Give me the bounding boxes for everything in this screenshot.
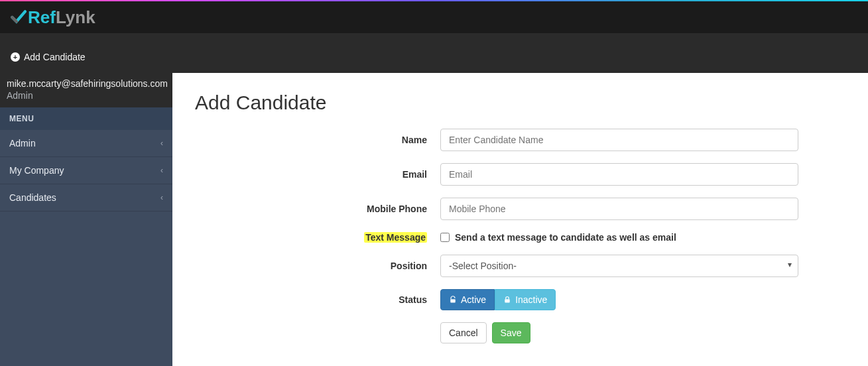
brand-prefix: Ref — [28, 7, 56, 27]
chevron-left-icon: ‹ — [160, 193, 163, 202]
row-text-message: Text Message Send a text message to cand… — [195, 232, 845, 243]
label-status: Status — [195, 294, 440, 305]
row-status: Status Active — [195, 289, 845, 310]
row-actions: Cancel Save — [195, 322, 845, 343]
user-role: Admin — [7, 90, 164, 101]
row-phone: Mobile Phone — [195, 198, 845, 220]
position-select[interactable]: -Select Position- — [440, 255, 798, 277]
email-field[interactable] — [440, 163, 798, 186]
lock-icon — [503, 296, 511, 304]
svg-rect-1 — [505, 299, 510, 302]
mobile-phone-field[interactable] — [440, 198, 798, 220]
text-message-checkbox[interactable] — [440, 233, 450, 242]
nav-header: MENU — [0, 107, 172, 130]
nav-item-admin[interactable]: Admin ‹ — [0, 130, 172, 157]
status-active-label: Active — [461, 294, 486, 305]
svg-rect-0 — [450, 299, 456, 302]
nav-item-label: My Company — [9, 165, 64, 176]
row-position: Position -Select Position- — [195, 255, 845, 277]
page-title: Add Candidate — [195, 91, 845, 114]
text-message-checkbox-label: Send a text message to candidate as well… — [455, 232, 676, 243]
add-candidate-label: Add Candidate — [24, 52, 86, 62]
nav-item-label: Candidates — [9, 192, 56, 203]
plus-icon: + — [11, 52, 20, 62]
nav-item-candidates[interactable]: Candidates ‹ — [0, 184, 172, 212]
chevron-left-icon: ‹ — [160, 166, 163, 175]
status-inactive-label: Inactive — [515, 294, 547, 305]
row-email: Email — [195, 163, 845, 186]
check-icon — [9, 9, 27, 26]
label-position: Position — [195, 261, 440, 271]
label-text-message: Text Message — [364, 232, 427, 243]
row-name: Name — [195, 129, 845, 151]
content-card: Add Candidate Name Email Mobile Phone — [172, 73, 868, 366]
side-nav: MENU Admin ‹ My Company ‹ Candidates ‹ — [0, 107, 172, 366]
save-button[interactable]: Save — [492, 322, 530, 343]
unlock-icon — [449, 296, 457, 304]
nav-item-label: Admin — [9, 138, 36, 149]
user-email: mike.mccarty@safehiringsolutions.com — [7, 78, 164, 89]
add-candidate-button[interactable]: + Add Candidate — [0, 33, 172, 72]
status-active-button[interactable]: Active — [440, 289, 495, 310]
label-email: Email — [195, 169, 440, 180]
current-user-block: mike.mccarty@safehiringsolutions.com Adm… — [0, 72, 172, 107]
label-phone: Mobile Phone — [195, 204, 440, 214]
label-name: Name — [195, 135, 440, 145]
status-toggle-group: Active Inactive — [440, 289, 798, 310]
cancel-button[interactable]: Cancel — [440, 322, 487, 343]
brand-logo[interactable]: RefLynk — [9, 7, 95, 28]
content-backdrop: Add Candidate Name Email Mobile Phone — [172, 33, 868, 366]
status-inactive-button[interactable]: Inactive — [495, 289, 556, 310]
brand-suffix: Lynk — [56, 7, 95, 27]
nav-item-my-company[interactable]: My Company ‹ — [0, 157, 172, 184]
left-rail: + Add Candidate mike.mccarty@safehirings… — [0, 33, 172, 366]
chevron-left-icon: ‹ — [160, 139, 163, 148]
name-field[interactable] — [440, 129, 798, 151]
top-navbar: RefLynk — [0, 1, 868, 33]
